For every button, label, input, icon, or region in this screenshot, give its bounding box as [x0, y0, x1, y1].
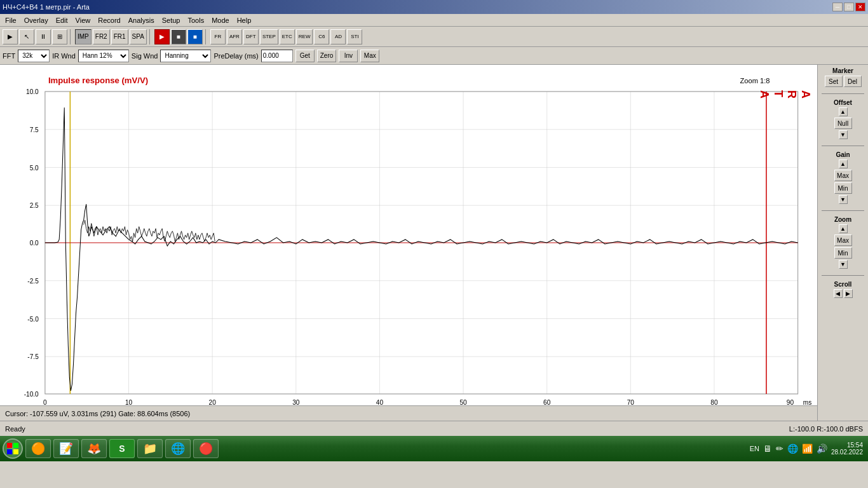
- dft-button[interactable]: DFT: [243, 29, 259, 44]
- gain-min-button[interactable]: Min: [834, 182, 852, 194]
- offset-down-arrow[interactable]: ▼: [839, 130, 848, 139]
- cursor-button[interactable]: ↖: [19, 29, 34, 44]
- menu-setup[interactable]: Setup: [158, 16, 184, 25]
- step-button[interactable]: STEP: [260, 29, 278, 44]
- svg-rect-46: [7, 449, 12, 454]
- clock-date: 28.02.2022: [831, 449, 863, 456]
- max-button[interactable]: Max: [360, 50, 379, 62]
- svg-text:-2.5: -2.5: [27, 278, 39, 285]
- table-button[interactable]: ⊞: [52, 29, 67, 44]
- taskbar-tray: EN 🖥 ✏ 🌐 📶 🔊 15:54 28.02.2022: [750, 442, 865, 456]
- predelay-input[interactable]: [261, 50, 293, 62]
- zoom-max-button[interactable]: Max: [834, 234, 852, 246]
- rec-button[interactable]: ■: [187, 29, 203, 44]
- cursor-info: Cursor: -107.559 uV, 3.031ms (291) Gate:…: [0, 405, 817, 421]
- fft-select[interactable]: 32k1k2k4k8k16k64k: [18, 50, 50, 62]
- marker-label: Marker: [819, 67, 867, 74]
- ir-wnd-select[interactable]: Hann 12%Hann 25%Rect: [78, 50, 129, 62]
- zoom-max-row: Max: [819, 234, 867, 246]
- fr2-button[interactable]: FR2: [93, 29, 110, 44]
- offset-section: Offset ▲ Null ▼: [819, 99, 867, 140]
- predelay-label: PreDelay (ms): [214, 52, 258, 60]
- menu-help[interactable]: Help: [233, 16, 255, 25]
- get-button[interactable]: Get: [295, 50, 315, 62]
- sti-button[interactable]: STI: [347, 29, 362, 44]
- menu-mode[interactable]: Mode: [208, 16, 233, 25]
- svg-text:0.0: 0.0: [30, 240, 39, 247]
- zoom-up-arrow[interactable]: ▲: [839, 224, 848, 233]
- close-button[interactable]: ✕: [855, 3, 865, 11]
- menu-record[interactable]: Record: [94, 16, 124, 25]
- inv-button[interactable]: Inv: [339, 50, 358, 62]
- menu-view[interactable]: View: [72, 16, 95, 25]
- svg-rect-45: [13, 443, 18, 448]
- cursor-text: Cursor: -107.559 uV, 3.031ms (291) Gate:…: [5, 410, 190, 417]
- svg-text:-5.0: -5.0: [27, 316, 39, 323]
- gain-max-row: Max: [819, 170, 867, 181]
- null-button[interactable]: Null: [834, 118, 852, 129]
- taskbar-folder[interactable]: 📁: [137, 439, 163, 458]
- start-button[interactable]: [3, 438, 23, 459]
- menu-analysis[interactable]: Analysis: [125, 16, 158, 25]
- spa-button[interactable]: SPA: [130, 29, 147, 44]
- gain-max-button[interactable]: Max: [834, 170, 852, 181]
- toolbar2: FFT 32k1k2k4k8k16k64k IR Wnd Hann 12%Han…: [0, 47, 868, 65]
- scroll-left-button[interactable]: ◀: [834, 289, 843, 298]
- ad-button[interactable]: AD: [330, 29, 346, 44]
- marker-section: Marker Set Del: [819, 67, 867, 88]
- chart-area[interactable]: Impulse response (mV/V) Zoom 1:8 10.0 7.…: [0, 65, 817, 421]
- taskbar-red-app[interactable]: 🔴: [193, 439, 219, 458]
- right-panel: Marker Set Del Offset ▲ Null ▼ Gain ▲: [817, 65, 868, 421]
- afr-button[interactable]: AFR: [227, 29, 242, 44]
- c6-button[interactable]: C6: [314, 29, 329, 44]
- pause-button[interactable]: ⏸: [36, 29, 51, 44]
- zoom-label: Zoom 1:8: [740, 77, 770, 85]
- gain-arrows-up: ▲: [819, 159, 867, 168]
- menu-edit[interactable]: Edit: [52, 16, 72, 25]
- arta-watermark: ARTA: [757, 90, 812, 98]
- tray-pencil-icon: ✏: [776, 444, 783, 454]
- scroll-label: Scroll: [819, 281, 867, 288]
- taskbar-chrome[interactable]: 🌐: [165, 439, 191, 458]
- fr-step-button[interactable]: FR: [210, 29, 226, 44]
- menu-file[interactable]: File: [1, 16, 20, 25]
- menu-tools[interactable]: Tools: [184, 16, 208, 25]
- set-button[interactable]: Set: [825, 76, 843, 87]
- del-button[interactable]: Del: [844, 76, 862, 87]
- stop-button[interactable]: ■: [171, 29, 186, 44]
- minimize-button[interactable]: ─: [832, 3, 843, 11]
- titlebar-title: НЧ+С4+В4 1 метр.pir - Arta: [3, 3, 90, 11]
- zoom-down-arrow[interactable]: ▼: [839, 260, 848, 269]
- svg-rect-47: [13, 449, 18, 454]
- gain-min-row: Min: [819, 182, 867, 194]
- gain-up-arrow[interactable]: ▲: [839, 159, 848, 168]
- scroll-right-button[interactable]: ▶: [844, 289, 853, 298]
- gain-down-arrow[interactable]: ▼: [839, 195, 848, 204]
- offset-label: Offset: [819, 99, 867, 106]
- svg-rect-44: [7, 443, 12, 448]
- zoom-arrows-up: ▲: [819, 224, 867, 233]
- fr1-button[interactable]: FR1: [111, 29, 128, 44]
- offset-null-row: Null: [819, 118, 867, 129]
- play-button[interactable]: ▶: [154, 29, 170, 44]
- titlebar: НЧ+С4+В4 1 метр.pir - Arta ─ □ ✕: [0, 0, 868, 14]
- open-button[interactable]: ▶: [3, 29, 18, 44]
- sig-wnd-select[interactable]: HanningFlat TopRect: [160, 50, 211, 62]
- offset-up-arrow[interactable]: ▲: [839, 107, 848, 116]
- taskbar-firefox[interactable]: 🦊: [81, 439, 107, 458]
- chart-svg: Impulse response (mV/V) Zoom 1:8 10.0 7.…: [0, 65, 817, 421]
- zoom-section: Zoom ▲ Max Min ▼: [819, 216, 867, 270]
- imp-button[interactable]: IMP: [75, 29, 92, 44]
- rew-button[interactable]: REW: [296, 29, 313, 44]
- menu-overlay[interactable]: Overlay: [20, 16, 52, 25]
- zoom-min-button[interactable]: Min: [834, 247, 852, 259]
- tray-signal-icon: 📶: [802, 444, 813, 454]
- clock-time: 15:54: [831, 442, 863, 449]
- zero-button[interactable]: Zero: [317, 50, 337, 62]
- maximize-button[interactable]: □: [844, 3, 854, 11]
- taskbar-notepad[interactable]: 📝: [53, 439, 79, 458]
- taskbar-torrent[interactable]: 🟠: [25, 439, 51, 458]
- taskbar-s-app[interactable]: S: [109, 439, 135, 458]
- svg-text:7.5: 7.5: [30, 126, 39, 133]
- etc-button[interactable]: ETC: [280, 29, 295, 44]
